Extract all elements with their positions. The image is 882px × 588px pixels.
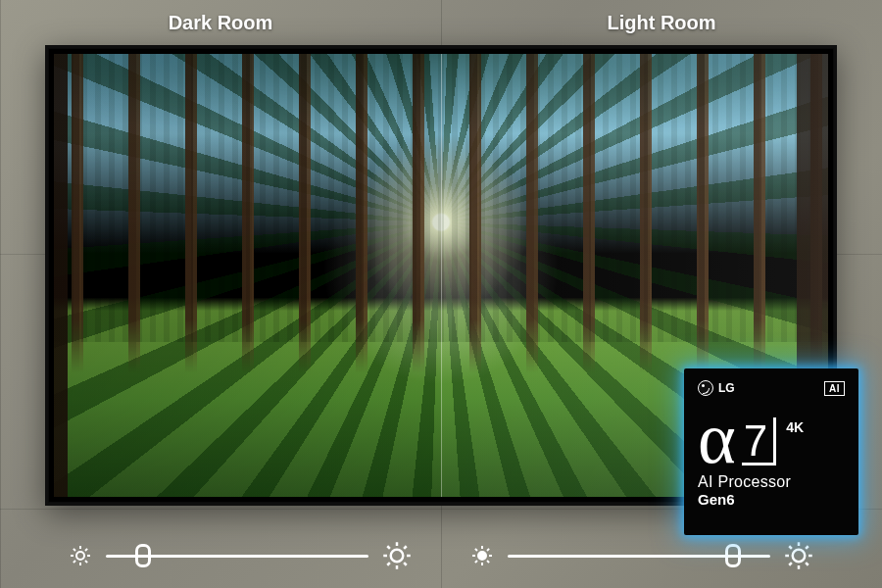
lg-brand-text: LG	[718, 381, 735, 395]
light-room-slider[interactable]	[470, 541, 813, 570]
dark-room-label: Dark Room	[0, 12, 441, 34]
svg-line-32	[789, 546, 792, 549]
svg-line-25	[475, 561, 477, 563]
svg-line-34	[789, 563, 792, 565]
processor-chip-badge: LG AI α 7 4K AI Processor Gen6	[684, 368, 858, 535]
split-divider	[441, 54, 442, 497]
svg-line-8	[85, 549, 87, 551]
lg-face-icon	[698, 380, 713, 396]
dark-room-slider[interactable]	[69, 541, 412, 570]
sun-dim-icon	[69, 544, 92, 567]
light-slider-thumb[interactable]	[725, 544, 741, 567]
light-room-label: Light Room	[441, 12, 882, 34]
svg-line-26	[487, 549, 489, 551]
comparison-labels: Dark Room Light Room	[0, 12, 882, 34]
sun-bright-icon	[784, 541, 813, 570]
ai-badge: AI	[824, 381, 845, 396]
svg-line-33	[806, 563, 808, 565]
dark-slider-thumb[interactable]	[135, 544, 151, 567]
light-slider-track[interactable]	[508, 555, 770, 558]
processor-label: AI Processor	[698, 473, 845, 491]
generation-label: Gen6	[698, 491, 845, 508]
sun-bright-icon	[382, 541, 412, 570]
svg-line-5	[74, 549, 75, 551]
svg-point-18	[478, 552, 486, 560]
svg-line-23	[475, 549, 477, 551]
svg-line-15	[404, 563, 407, 565]
svg-line-6	[85, 561, 87, 563]
brightness-sliders	[0, 541, 882, 570]
svg-line-24	[487, 561, 489, 563]
svg-line-14	[387, 546, 390, 549]
svg-line-16	[387, 563, 390, 565]
svg-line-35	[806, 546, 808, 549]
svg-point-0	[76, 552, 84, 560]
resolution-label: 4K	[786, 419, 804, 435]
alpha-glyph: α	[698, 410, 736, 467]
lg-logo: LG	[698, 380, 735, 396]
svg-point-27	[793, 550, 806, 563]
sun-dim-icon	[470, 544, 494, 567]
svg-line-17	[404, 546, 407, 549]
svg-point-9	[391, 550, 404, 563]
model-number: 7	[742, 417, 776, 466]
svg-line-7	[74, 561, 75, 563]
dark-slider-track[interactable]	[106, 555, 368, 558]
